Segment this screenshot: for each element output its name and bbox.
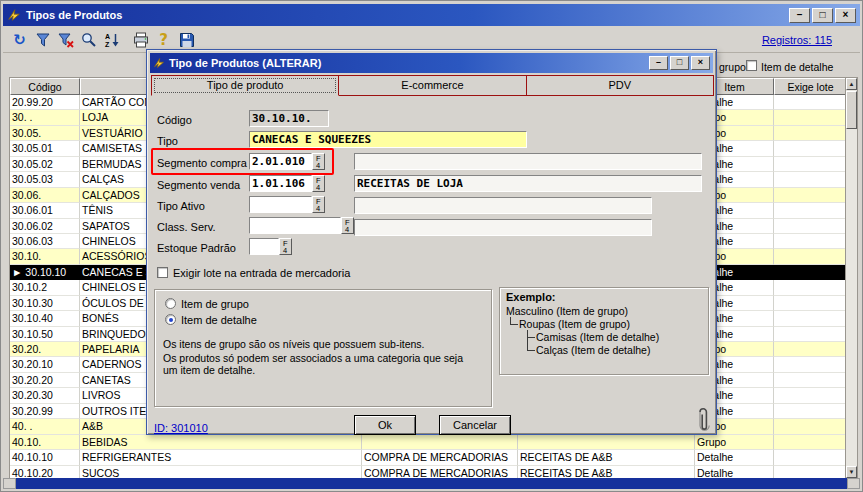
cell: REFRIGERANTES [80, 450, 362, 465]
column-header-codigo[interactable]: Código [10, 78, 80, 95]
cell [774, 188, 847, 203]
exigir-lote-checkbox[interactable] [157, 267, 168, 278]
cell: Detalhe [695, 466, 774, 479]
scroll-down-icon[interactable]: ▼ [846, 466, 857, 478]
example-title: Exemplo: [506, 291, 556, 303]
svg-text:A: A [105, 33, 110, 40]
ok-button[interactable]: Ok [354, 415, 416, 435]
table-row[interactable]: 40.10.20SUCOSCOMPRA DE MERCADORIASRECEIT… [10, 466, 847, 479]
filter-button[interactable] [32, 29, 53, 50]
cell [774, 265, 847, 280]
cell [774, 466, 847, 479]
cell: 30.06.03 [10, 234, 80, 249]
table-row[interactable]: 40.10.BEBIDASGrupo [10, 435, 847, 450]
cell: 40.10.20 [10, 466, 80, 479]
print-icon [133, 32, 149, 48]
cell: 30.20.30 [10, 388, 80, 403]
item-detalhe-radio[interactable] [165, 314, 176, 325]
maximize-button[interactable]: □ [812, 8, 833, 23]
registros-link[interactable]: Registros: 115 [762, 34, 832, 46]
cell [774, 219, 847, 234]
dialog-titlebar[interactable]: Tipo de Produtos (ALTERAR) – □ × [150, 53, 713, 73]
resize-grip-left[interactable] [3, 478, 16, 489]
filter-icon [35, 32, 51, 48]
tipo-ativo-f4-button[interactable]: F4 [312, 196, 325, 213]
cancel-button[interactable]: Cancelar [439, 415, 511, 435]
dialog-maximize-button[interactable]: □ [670, 56, 689, 70]
help-line-1: Os itens de grupo são os níveis que poss… [163, 338, 424, 350]
cell [774, 327, 847, 342]
cell: Detalhe [695, 450, 774, 465]
item-grupo-radio[interactable] [165, 298, 176, 309]
cell: 30.10.40 [10, 311, 80, 326]
cell [774, 95, 847, 110]
segmento-compra-desc-input [354, 153, 702, 170]
segmento-venda-input[interactable] [249, 175, 312, 192]
sort-button[interactable]: AZ [101, 29, 122, 50]
cell: COMPRA DE MERCADORIAS [362, 450, 518, 465]
dialog-title: Tipo de Produtos (ALTERAR) [169, 57, 321, 69]
resize-grip-right[interactable] [847, 478, 860, 489]
cell: 30.06. [10, 188, 80, 203]
tab-e-commerce[interactable]: E-commerce [339, 75, 526, 96]
zoom-icon [81, 32, 97, 48]
cell: 40.10.10 [10, 450, 80, 465]
cell [774, 126, 847, 141]
main-titlebar[interactable]: Tipos de Produtos – □ × [3, 4, 860, 26]
vertical-scrollbar[interactable]: ▲ ▼ [845, 78, 857, 478]
scroll-up-icon[interactable]: ▲ [846, 78, 857, 90]
filter-clear-button[interactable] [55, 29, 76, 50]
class-serv-desc-input [354, 219, 652, 236]
segmento-compra-f4-button[interactable]: F4 [312, 153, 325, 170]
print-button[interactable] [130, 29, 151, 50]
dialog-icon [153, 57, 165, 69]
cell [774, 157, 847, 172]
dialog-close-button[interactable]: × [691, 56, 710, 70]
cell: 30.20.20 [10, 373, 80, 388]
cell [774, 357, 847, 372]
id-link[interactable]: ID: 301010 [154, 422, 208, 434]
dialog-body: Tipo de produtoE-commercePDV Código Tipo… [150, 73, 713, 431]
cell: 30.10.30 [10, 296, 80, 311]
scroll-thumb[interactable] [846, 91, 857, 129]
close-button[interactable]: × [835, 8, 856, 23]
example-tree-leaf2: Calças (Item de detalhe) [536, 344, 650, 356]
cell [774, 311, 847, 326]
paperclip-icon[interactable] [695, 405, 711, 437]
help-button[interactable]: ? [153, 29, 174, 50]
tree-line [527, 350, 535, 351]
save-button[interactable] [176, 29, 197, 50]
segmento-venda-label: Segmento venda [157, 179, 240, 191]
cell [774, 388, 847, 403]
table-row[interactable]: 40.10.10REFRIGERANTESCOMPRA DE MERCADORI… [10, 450, 847, 465]
tipo-input[interactable] [249, 131, 527, 148]
tab-pdv[interactable]: PDV [527, 75, 714, 96]
cell: 40. . [10, 419, 80, 434]
class-serv-f4-button[interactable]: F4 [341, 217, 354, 234]
minimize-button[interactable]: – [789, 8, 810, 23]
segmento-venda-f4-button[interactable]: F4 [312, 175, 325, 192]
codigo-input[interactable] [249, 110, 329, 127]
cell [774, 280, 847, 295]
dialog-tabs: Tipo de produtoE-commercePDV [151, 75, 714, 96]
refresh-button[interactable]: ↻ [9, 29, 30, 50]
segmento-venda-desc-input [354, 175, 702, 192]
cell: 30.10. [10, 249, 80, 264]
estoque-padrao-f4-button[interactable]: F4 [279, 238, 292, 255]
dialog-minimize-button[interactable]: – [649, 56, 668, 70]
zoom-button[interactable] [78, 29, 99, 50]
tab-tipo-de-produto[interactable]: Tipo de produto [151, 75, 339, 96]
column-header-exige-lote[interactable]: Exige lote [774, 78, 847, 95]
tipo-ativo-input[interactable] [249, 196, 312, 213]
refresh-icon: ↻ [13, 31, 26, 49]
main-window: Tipos de Produtos – □ × ↻ AZ ? [0, 0, 863, 492]
segmento-compra-input[interactable] [249, 153, 312, 170]
tipo-ativo-label: Tipo Ativo [157, 200, 205, 212]
item-detalhe-checkbox[interactable] [746, 60, 757, 71]
estoque-padrao-input[interactable] [249, 238, 279, 255]
cell: 40.10. [10, 435, 80, 450]
cell [774, 110, 847, 125]
class-serv-input[interactable] [249, 217, 341, 234]
filter-grupo-partial-label: grupo [719, 61, 746, 73]
estoque-padrao-label: Estoque Padrão [157, 242, 236, 254]
